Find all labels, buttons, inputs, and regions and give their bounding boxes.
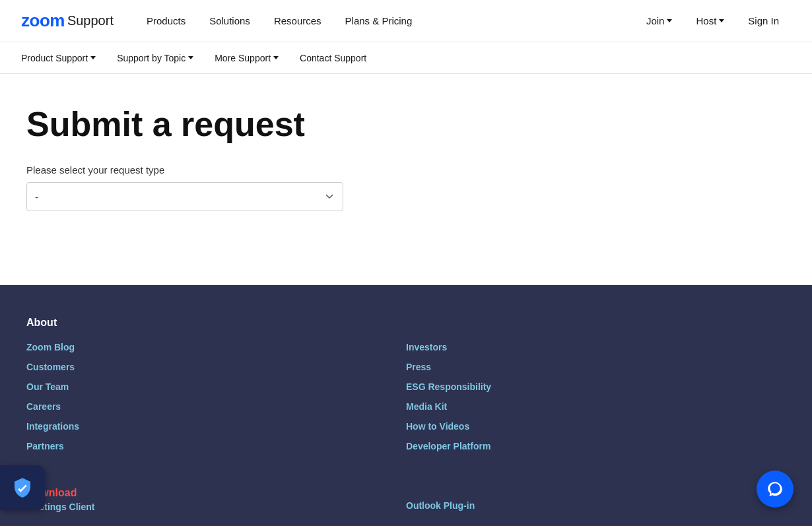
nav-plans-pricing[interactable]: Plans & Pricing <box>333 0 424 42</box>
logo-support: Support <box>67 13 114 28</box>
footer-link-esg[interactable]: ESG Responsibility <box>406 381 786 392</box>
shield-icon <box>12 477 33 498</box>
more-support-chevron-icon <box>273 56 279 59</box>
footer-download-right: Outlook Plug-in <box>406 466 786 521</box>
nav-sign-in[interactable]: Sign In <box>736 0 791 42</box>
main-content: Submit a request Please select your requ… <box>0 74 812 285</box>
nav-resources[interactable]: Resources <box>262 0 333 42</box>
host-chevron-icon <box>719 19 724 22</box>
footer-about-title: About <box>26 317 786 329</box>
footer-link-zoom-blog[interactable]: Zoom Blog <box>26 342 406 352</box>
footer-link-media-kit[interactable]: Media Kit <box>406 401 786 412</box>
footer-download-title: Download <box>26 487 406 499</box>
footer-col-left: Zoom Blog Customers Our Team Careers Int… <box>26 342 406 461</box>
subnav-product-support[interactable]: Product Support <box>21 42 106 74</box>
footer-col-right: Investors Press ESG Responsibility Media… <box>406 342 786 461</box>
page-title: Submit a request <box>26 106 786 143</box>
footer-link-investors[interactable]: Investors <box>406 342 786 352</box>
request-type-label: Please select your request type <box>26 164 786 176</box>
footer-link-outlook-plugin[interactable]: Outlook Plug-in <box>406 500 786 511</box>
footer-link-our-team[interactable]: Our Team <box>26 381 406 392</box>
footer-columns: Zoom Blog Customers Our Team Careers Int… <box>26 342 786 461</box>
top-nav-right: Join Host Sign In <box>634 0 791 42</box>
footer-link-press[interactable]: Press <box>406 362 786 372</box>
footer-link-meetings-client[interactable]: Meetings Client <box>26 502 406 512</box>
footer-link-developer-platform[interactable]: Developer Platform <box>406 441 786 451</box>
nav-host[interactable]: Host <box>684 0 736 42</box>
subnav-contact-support[interactable]: Contact Support <box>289 42 377 74</box>
logo-zoom: zoom <box>21 11 65 31</box>
footer-download-section: Download Meetings Client Outlook Plug-in <box>26 466 786 521</box>
footer-link-how-to-videos[interactable]: How to Videos <box>406 421 786 432</box>
top-navigation: zoom Support Products Solutions Resource… <box>0 0 812 42</box>
nav-products[interactable]: Products <box>135 0 197 42</box>
footer: About Zoom Blog Customers Our Team Caree… <box>0 285 812 526</box>
footer-link-careers[interactable]: Careers <box>26 401 406 412</box>
footer-download-left: Download Meetings Client <box>26 466 406 521</box>
subnav-more-support[interactable]: More Support <box>204 42 289 74</box>
request-type-select[interactable]: - Billing Technical Support Account Othe… <box>26 182 343 211</box>
security-shield[interactable] <box>0 465 45 510</box>
join-chevron-icon <box>667 19 672 22</box>
chat-bubble[interactable] <box>757 471 794 508</box>
product-support-chevron-icon <box>90 56 96 59</box>
footer-link-customers[interactable]: Customers <box>26 362 406 372</box>
request-type-wrapper: - Billing Technical Support Account Othe… <box>26 182 343 211</box>
top-nav-links: Products Solutions Resources Plans & Pri… <box>135 0 634 42</box>
subnav-support-by-topic[interactable]: Support by Topic <box>106 42 204 74</box>
nav-join[interactable]: Join <box>634 0 685 42</box>
footer-link-partners[interactable]: Partners <box>26 441 406 451</box>
support-by-topic-chevron-icon <box>188 56 193 59</box>
logo[interactable]: zoom Support <box>21 11 114 31</box>
footer-link-integrations[interactable]: Integrations <box>26 421 406 432</box>
chat-icon <box>766 480 784 498</box>
nav-solutions[interactable]: Solutions <box>197 0 262 42</box>
sub-navigation: Product Support Support by Topic More Su… <box>0 42 812 74</box>
